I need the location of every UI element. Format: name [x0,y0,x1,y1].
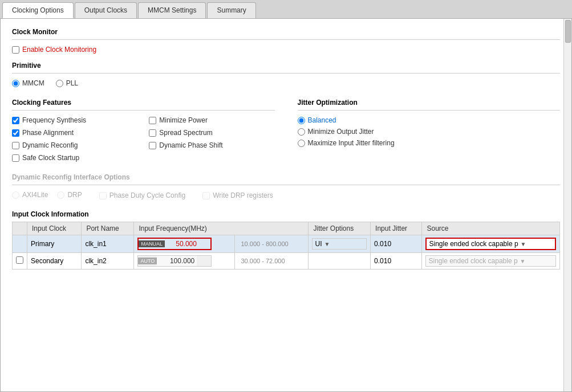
safe-clock-startup-checkbox[interactable] [12,154,19,162]
dynamic-phase-shift-checkbox[interactable] [149,142,156,149]
minimize-output-jitter-row: Minimize Output Jitter [298,128,561,136]
dynamic-reconfig-label: Dynamic Reconfig [22,141,78,149]
col-input-frequency: Input Frequency(MHz) [134,222,309,235]
primary-freq-value-input[interactable] [165,239,199,249]
clock-monitor-divider [12,39,560,40]
phase-alignment-label: Phase Alignment [22,129,74,137]
phase-alignment-checkbox[interactable] [12,129,19,137]
features-jitter-row: Clocking Features Frequency Synthesis Mi… [12,99,560,164]
tab-clocking-options[interactable]: Clocking Options [2,2,74,18]
primary-jitter-arrow: ▼ [324,241,330,247]
tab-summary[interactable]: Summary [207,2,255,18]
jitter-optimization-divider [298,110,561,111]
tab-bar: Clocking Options Output Clocks MMCM Sett… [0,0,572,19]
dynamic-reconfig-row: Dynamic Reconfig [12,141,137,149]
manual-badge: MANUAL [139,240,165,247]
clocking-features-divider [12,110,275,111]
secondary-freq-input: AUTO 100.000 [137,255,212,267]
clocking-features-col: Clocking Features Frequency Synthesis Mi… [12,99,275,164]
safe-clock-startup-row: Safe Clock Startup [12,154,275,162]
clocking-features-grid: Frequency Synthesis Minimize Power Phase… [12,116,275,152]
axi4lite-row: AXI4Lite [12,191,48,199]
tab-mmcm-settings[interactable]: MMCM Settings [138,2,206,18]
col-input-clock: Input Clock [27,222,82,235]
col-jitter-options: Jitter Options [309,222,371,235]
dynamic-phase-shift-label: Dynamic Phase Shift [159,141,222,149]
scrollbar[interactable] [563,19,571,391]
jitter-optimization-title: Jitter Optimization [298,99,561,107]
maximize-input-jitter-radio[interactable] [298,140,305,147]
pll-radio[interactable] [56,80,63,87]
clocking-features-title: Clocking Features [12,99,275,107]
table-row: Primary clk_in1 MANUAL 10.000 - 800.000 [13,235,560,253]
minimize-output-jitter-label: Minimize Output Jitter [308,128,374,136]
secondary-checkbox-cell [13,253,27,270]
secondary-freq-cell: AUTO 100.000 [134,253,235,270]
clock-monitor-section: Clock Monitor Enable Clock Monitoring [12,28,560,54]
axi4lite-label: AXI4Lite [22,191,48,199]
frequency-synthesis-checkbox[interactable] [12,117,19,124]
maximize-input-jitter-label: Maximize Input Jitter filtering [308,139,395,147]
enable-clock-monitoring-label: Enable Clock Monitoring [22,46,96,54]
primary-clock-name: Primary [27,235,82,253]
primitive-section: Primitive MMCM PLL [12,62,560,91]
enable-clock-monitoring-checkbox[interactable] [12,46,19,54]
primary-jitter-select[interactable]: UI ▼ [312,238,367,250]
secondary-source-cell: Single ended clock capable p ▼ [422,253,560,270]
content-area: Clock Monitor Enable Clock Monitoring Pr… [0,19,572,392]
primary-input-jitter: 0.010 [371,235,422,253]
safe-clock-startup-label: Safe Clock Startup [22,154,79,162]
input-clock-table: Input Clock Port Name Input Frequency(MH… [12,222,560,270]
balanced-row: Balanced [298,116,561,124]
primary-freq-range-text: 10.000 - 800.000 [238,240,290,247]
secondary-freq-value: 100.000 [157,256,197,266]
mmcm-radio[interactable] [12,80,19,87]
dynamic-reconfig-checkbox[interactable] [12,142,19,149]
mmcm-label: MMCM [22,79,44,87]
col-source: Source [422,222,560,235]
primary-source-arrow: ▼ [521,241,526,247]
phase-duty-cycle-checkbox [99,192,107,199]
mmcm-option: MMCM [12,79,44,87]
drp-radio [57,191,64,199]
dynamic-reconfig-interface-section: Dynamic Reconfig Interface Options AXI4L… [12,173,560,202]
spread-spectrum-label: Spread Spectrum [159,129,212,137]
primary-freq-input[interactable]: MANUAL [137,238,212,250]
write-drp-checkbox [202,192,210,199]
frequency-synthesis-row: Frequency Synthesis [12,116,137,124]
dynamic-reconfig-interface-divider [12,185,560,185]
input-clock-section: Input Clock Information Input Clock Port… [12,210,560,270]
secondary-source-arrow: ▼ [520,258,526,264]
minimize-output-jitter-radio[interactable] [298,128,305,136]
interface-type-row: AXI4Lite DRP [12,191,82,202]
input-clock-title: Input Clock Information [12,210,560,218]
primitive-divider [12,73,560,74]
minimize-power-label: Minimize Power [159,116,208,124]
secondary-port-name: clk_in2 [82,253,134,270]
primary-source-select[interactable]: Single ended clock capable p ▼ [425,238,556,250]
main-container: Clocking Options Output Clocks MMCM Sett… [0,0,572,392]
minimize-power-row: Minimize Power [149,116,274,124]
spread-spectrum-checkbox[interactable] [149,129,156,137]
primary-source-text: Single ended clock capable p [429,240,518,248]
minimize-power-checkbox[interactable] [149,117,156,124]
auto-badge: AUTO [138,258,157,264]
dynamic-phase-shift-row: Dynamic Phase Shift [149,141,274,149]
primary-port-name: clk_in1 [82,235,134,253]
scroll-thumb[interactable] [565,20,571,43]
secondary-clock-name: Secondary [27,253,82,270]
primary-jitter-value: UI [315,240,322,248]
col-input-jitter: Input Jitter [371,222,422,235]
tab-output-clocks[interactable]: Output Clocks [75,2,137,18]
frequency-synthesis-label: Frequency Synthesis [22,116,86,124]
secondary-freq-range: 30.000 - 72.000 [235,253,309,270]
secondary-input-jitter: 0.010 [371,253,422,270]
axi4lite-radio [12,191,19,199]
balanced-label: Balanced [308,116,336,124]
secondary-enable-checkbox[interactable] [16,256,23,264]
drp-label: DRP [67,191,82,199]
maximize-input-jitter-row: Maximize Input Jitter filtering [298,139,561,147]
primitive-options-row: MMCM PLL [12,79,560,91]
col-checkbox [13,222,27,235]
balanced-radio[interactable] [298,117,305,124]
